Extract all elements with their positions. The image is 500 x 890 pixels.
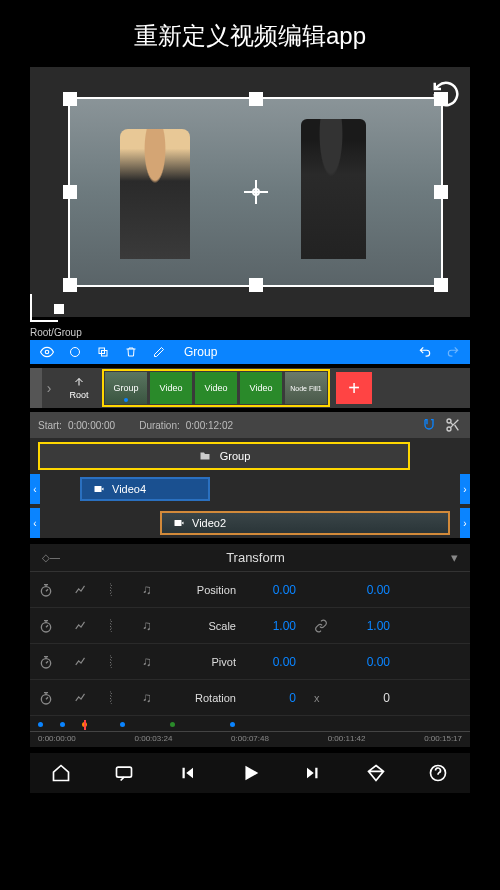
svg-point-8 — [41, 586, 50, 595]
stopwatch-icon[interactable] — [38, 690, 56, 706]
help-icon[interactable] — [424, 759, 452, 787]
duration-bar: Start: 0:00:00:00 Duration: 0:00:12:02 — [30, 412, 470, 438]
value-1[interactable]: 0.00 — [254, 655, 296, 669]
value-1[interactable]: 1.00 — [254, 619, 296, 633]
transform-row-pivot: ⦚♫Pivot0.000.00 — [30, 644, 470, 680]
transform-panel: ◇— Transform ▾ ⦚♫Position0.000.00⦚♫Scale… — [30, 544, 470, 716]
video4-clip[interactable]: Video4 — [80, 477, 210, 501]
comment-icon[interactable] — [110, 759, 138, 787]
preview-area[interactable] — [30, 67, 470, 317]
copy-icon[interactable] — [96, 345, 110, 359]
stopwatch-icon[interactable] — [38, 618, 56, 634]
value-2[interactable]: 1.00 — [348, 619, 390, 633]
scroll-left-icon[interactable]: ‹ — [30, 474, 40, 504]
rotate-icon[interactable] — [431, 79, 461, 109]
root-button[interactable]: Root — [60, 370, 98, 406]
start-value[interactable]: 0:00:00:00 — [68, 420, 115, 431]
graph-icon[interactable] — [74, 583, 90, 597]
scroll-right-icon[interactable]: › — [460, 508, 470, 538]
transform-title: Transform — [60, 550, 451, 565]
svg-point-1 — [71, 348, 80, 357]
handle-top-center[interactable] — [249, 92, 263, 106]
home-icon[interactable] — [47, 759, 75, 787]
value-1[interactable]: 0.00 — [254, 583, 296, 597]
handle-bottom-left[interactable] — [63, 278, 77, 292]
note-icon[interactable]: ♫ — [142, 654, 158, 669]
thumbnail-row: › Root Group Video Video Video Node Fill… — [30, 368, 470, 408]
trash-icon[interactable] — [124, 345, 138, 359]
handle-top-left[interactable] — [63, 92, 77, 106]
visibility-icon[interactable] — [40, 345, 54, 359]
svg-point-11 — [41, 694, 50, 703]
graph-icon[interactable] — [74, 691, 90, 705]
svg-point-4 — [447, 419, 451, 423]
snap-icon[interactable] — [420, 416, 438, 434]
page-title: 重新定义视频编辑app — [0, 0, 500, 67]
step-back-icon[interactable] — [173, 759, 201, 787]
figure-2 — [301, 119, 366, 259]
circle-icon[interactable] — [68, 345, 82, 359]
stopwatch-icon[interactable] — [38, 582, 56, 598]
wave-icon[interactable]: ⦚ — [108, 690, 124, 705]
property-label: Scale — [176, 620, 236, 632]
thumb-video-1[interactable]: Video — [150, 372, 192, 404]
link-icon[interactable]: x — [314, 692, 330, 704]
video-icon — [172, 517, 186, 529]
play-icon[interactable] — [236, 759, 264, 787]
video2-clip[interactable]: Video2 — [160, 511, 450, 535]
stopwatch-icon[interactable] — [38, 654, 56, 670]
selection-frame[interactable] — [68, 97, 443, 287]
expand-icon[interactable]: › — [42, 380, 56, 396]
scroll-right-icon[interactable]: › — [460, 474, 470, 504]
collapse-icon[interactable]: ◇— — [42, 552, 60, 563]
step-forward-icon[interactable] — [299, 759, 327, 787]
graph-icon[interactable] — [74, 655, 90, 669]
add-button[interactable]: + — [336, 372, 372, 404]
wave-icon[interactable]: ⦚ — [108, 618, 124, 633]
timeline-ruler[interactable]: 0:00:00:00 0:00:03:24 0:00:07:48 0:00:11… — [30, 716, 470, 747]
video2-track-row: ‹ Video2 › — [30, 508, 470, 538]
redo-icon[interactable] — [446, 345, 460, 359]
group-track-label: Group — [220, 450, 251, 462]
note-icon[interactable]: ♫ — [142, 690, 158, 705]
thumb-video-3[interactable]: Video — [240, 372, 282, 404]
thumb-group[interactable]: Group — [105, 372, 147, 404]
wave-icon[interactable]: ⦚ — [108, 654, 124, 669]
value-2[interactable]: 0 — [348, 691, 390, 705]
toolbar-label: Group — [180, 345, 404, 359]
wave-icon[interactable]: ⦚ — [108, 582, 124, 597]
handle-mid-left[interactable] — [63, 185, 77, 199]
handle-bottom-center[interactable] — [249, 278, 263, 292]
property-label: Position — [176, 584, 236, 596]
value-2[interactable]: 0.00 — [348, 583, 390, 597]
scroll-left-icon[interactable]: ‹ — [30, 508, 40, 538]
root-label: Root — [69, 390, 88, 400]
focus-indicator-icon[interactable] — [30, 294, 58, 322]
note-icon[interactable]: ♫ — [142, 582, 158, 597]
video2-label: Video2 — [192, 517, 226, 529]
bottom-nav — [30, 753, 470, 793]
timeline-area: Start: 0:00:00:00 Duration: 0:00:12:02 G… — [30, 412, 470, 538]
chevron-down-icon[interactable]: ▾ — [451, 550, 458, 565]
note-icon[interactable]: ♫ — [142, 618, 158, 633]
ruler-labels: 0:00:00:00 0:00:03:24 0:00:07:48 0:00:11… — [30, 732, 470, 745]
graph-icon[interactable] — [74, 619, 90, 633]
property-label: Rotation — [176, 692, 236, 704]
premium-icon[interactable] — [362, 759, 390, 787]
handle-mid-right[interactable] — [434, 185, 448, 199]
handle-bottom-right[interactable] — [434, 278, 448, 292]
thumb-nodefill[interactable]: Node Fill1 — [285, 372, 327, 404]
thumb-video-2[interactable]: Video — [195, 372, 237, 404]
duration-value[interactable]: 0:00:12:02 — [186, 420, 233, 431]
value-1[interactable]: 0 — [254, 691, 296, 705]
value-2[interactable]: 0.00 — [348, 655, 390, 669]
link-icon[interactable] — [314, 619, 330, 633]
transform-header: ◇— Transform ▾ — [30, 544, 470, 572]
pencil-icon[interactable] — [152, 345, 166, 359]
breadcrumb: Root/Group — [0, 325, 500, 340]
ruler-markers — [30, 720, 470, 732]
group-track[interactable]: Group — [38, 442, 410, 470]
scissors-icon[interactable] — [444, 416, 462, 434]
video-icon — [92, 483, 106, 495]
undo-icon[interactable] — [418, 345, 432, 359]
